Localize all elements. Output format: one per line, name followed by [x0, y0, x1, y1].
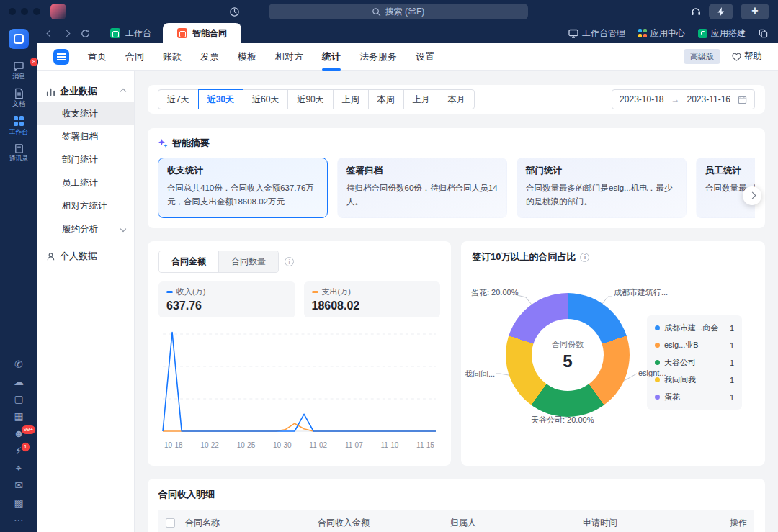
- legend-item[interactable]: 蛋花 1: [655, 392, 734, 402]
- nav-item-home[interactable]: 首页: [88, 43, 107, 71]
- range-button-this-month[interactable]: 本月: [439, 89, 475, 109]
- package-icon[interactable]: ▢: [14, 394, 23, 404]
- sidebar-item-label: 履约分析: [62, 223, 98, 235]
- toggle-contract-count[interactable]: 合同数量: [218, 251, 278, 272]
- help-label: 帮助: [744, 50, 762, 63]
- nav-item-templates[interactable]: 模板: [238, 43, 256, 71]
- legend-item[interactable]: 我问间我 1: [655, 374, 734, 385]
- select-all-checkbox[interactable]: [166, 518, 175, 528]
- rail-item-docs[interactable]: 文档: [12, 88, 25, 107]
- pie-callout: 蛋花: 20.00%: [471, 287, 518, 298]
- sidebar-item-employee-stats[interactable]: 员工统计: [37, 171, 134, 194]
- apps-icon[interactable]: ▩: [14, 497, 23, 508]
- range-button-last-month[interactable]: 上月: [403, 89, 439, 109]
- add-button[interactable]: +: [741, 4, 769, 19]
- summary-card-title: 部门统计: [526, 165, 677, 177]
- info-icon[interactable]: i: [580, 253, 589, 262]
- sparkle-icon: [158, 138, 168, 148]
- help-button[interactable]: 帮助: [732, 50, 762, 63]
- nav-forward-icon[interactable]: [63, 30, 71, 37]
- expense-series-dash: [312, 291, 318, 293]
- contacts-group-icon[interactable]: ☻99+: [14, 428, 24, 438]
- summary-scroll-next-button[interactable]: [743, 186, 761, 205]
- legend-item[interactable]: esig...业B 1: [655, 340, 734, 351]
- date-range-picker[interactable]: 2023-10-18 → 2023-11-16: [612, 89, 755, 109]
- app-navbar: 首页 合同 账款 发票 模板 相对方 统计 法务服务 设置 高级版 帮助: [37, 43, 778, 71]
- summary-card-income-expense[interactable]: 收支统计 合同总共410份，合同收入金额637.76万元，合同支出金额18608…: [158, 158, 328, 218]
- calendar-icon: [738, 95, 747, 104]
- tab-smart-contract[interactable]: 智能合同: [163, 23, 241, 43]
- legend-item[interactable]: 成都市建...商会 1: [655, 323, 734, 333]
- sidebar-item-label: 签署归档: [62, 131, 98, 143]
- app-rail: 消息 8 文档 工作台 通讯录 ✆ ☁ ▢ ▦ ☻99+ ⚡1 ⌖ ✉ ▩ ⋯: [0, 23, 37, 532]
- legend-item[interactable]: 天谷公司 1: [655, 357, 734, 368]
- range-button-last-week[interactable]: 上周: [333, 89, 369, 109]
- range-button-60d[interactable]: 近60天: [243, 89, 288, 109]
- nav-item-invoices[interactable]: 发票: [200, 43, 219, 71]
- rail-item-contacts[interactable]: 通讯录: [9, 143, 29, 162]
- app-window: 搜索 (⌘F) + 工作台 智能合同: [0, 0, 778, 532]
- close-window-icon[interactable]: [9, 8, 16, 15]
- pie-legend: 成都市建...商会 1 esig...业B 1 天谷公司 1: [647, 315, 742, 410]
- mail-icon[interactable]: ✉: [14, 480, 23, 490]
- assistant-button[interactable]: [709, 4, 733, 19]
- nav-item-contracts[interactable]: 合同: [125, 43, 144, 71]
- sidebar-item-performance-analysis[interactable]: 履约分析: [37, 217, 134, 240]
- workbench-manage-button[interactable]: 工作台管理: [568, 27, 625, 40]
- legend-value: 1: [730, 359, 734, 367]
- legend-label: 成都市建...商会: [664, 323, 718, 333]
- app-logo[interactable]: [53, 49, 69, 65]
- zoom-window-icon[interactable]: [33, 8, 40, 15]
- version-badge: 高级版: [684, 49, 720, 64]
- phone-icon[interactable]: ✆: [14, 359, 23, 369]
- rail-item-workbench[interactable]: 工作台: [9, 115, 29, 135]
- sidebar-group-enterprise-data[interactable]: 企业数据: [37, 81, 134, 102]
- summary-card-signing-archive[interactable]: 签署归档 待归档合同份数60份，待归档合同人员14人。: [337, 158, 507, 218]
- sidebar-item-income-expense-stats[interactable]: 收支统计: [37, 102, 134, 125]
- target-icon[interactable]: ⌖: [16, 463, 22, 473]
- app-builder-button[interactable]: 应用搭建: [698, 27, 746, 40]
- user-avatar[interactable]: [50, 4, 66, 19]
- sidebar-item-department-stats[interactable]: 部门统计: [37, 148, 134, 171]
- income-stat-box: 收入(万) 637.76: [158, 281, 295, 317]
- more-icon[interactable]: ⋯: [14, 515, 24, 525]
- nav-item-legal-services[interactable]: 法务服务: [359, 43, 397, 71]
- nav-item-statistics[interactable]: 统计: [322, 43, 341, 71]
- sidebar-item-signing-archive[interactable]: 签署归档: [37, 125, 134, 148]
- nav-item-counterparties[interactable]: 相对方: [275, 43, 303, 71]
- info-icon[interactable]: i: [285, 257, 294, 266]
- range-button-this-week[interactable]: 本周: [368, 89, 404, 109]
- trend-toggle: 合同金额 合同数量: [158, 251, 279, 273]
- donut-chart[interactable]: 合同份数 5: [506, 293, 630, 417]
- duplicate-icon[interactable]: [759, 29, 768, 38]
- rail-bottom-icons: ✆ ☁ ▢ ▦ ☻99+ ⚡1 ⌖ ✉ ▩ ⋯: [14, 359, 24, 532]
- refresh-icon[interactable]: [81, 29, 90, 38]
- sidebar-item-personal-data[interactable]: 个人数据: [37, 245, 134, 268]
- global-search-input[interactable]: 搜索 (⌘F): [269, 4, 528, 19]
- flash-badge: 1: [21, 442, 30, 452]
- nav-back-icon[interactable]: [47, 30, 54, 37]
- sidebar-item-counterparty-stats[interactable]: 相对方统计: [37, 194, 134, 217]
- org-logo[interactable]: [9, 29, 29, 49]
- range-button-30d[interactable]: 近30天: [198, 89, 243, 109]
- pie-chart-card: 签订10万以上的合同占比 i 合同份数 5 蛋花:: [461, 241, 765, 466]
- flash-rail-icon[interactable]: ⚡1: [15, 446, 22, 456]
- range-button-7d[interactable]: 近7天: [158, 89, 199, 109]
- support-icon[interactable]: [690, 6, 702, 17]
- calendar-rail-icon[interactable]: ▦: [14, 411, 23, 421]
- toggle-contract-amount[interactable]: 合同金额: [159, 251, 218, 272]
- chevron-right-icon: [748, 192, 756, 199]
- history-icon[interactable]: [229, 6, 240, 17]
- trend-line-chart[interactable]: [158, 323, 440, 438]
- range-button-90d[interactable]: 近90天: [287, 89, 333, 109]
- nav-item-payments[interactable]: 账款: [163, 43, 182, 71]
- summary-card-department[interactable]: 部门统计 合同数量最多的部门是esig...机电，最少的是桃浪的部门。: [517, 158, 687, 218]
- app-center-button[interactable]: 应用中心: [638, 27, 685, 40]
- nav-item-settings[interactable]: 设置: [416, 43, 434, 71]
- cloud-icon[interactable]: ☁: [14, 377, 24, 387]
- rail-item-messages[interactable]: 消息 8: [12, 60, 25, 80]
- x-axis-label: 10-18: [164, 441, 183, 449]
- legend-value: 1: [730, 341, 734, 350]
- minimize-window-icon[interactable]: [21, 8, 28, 15]
- tab-workbench[interactable]: 工作台: [99, 23, 163, 43]
